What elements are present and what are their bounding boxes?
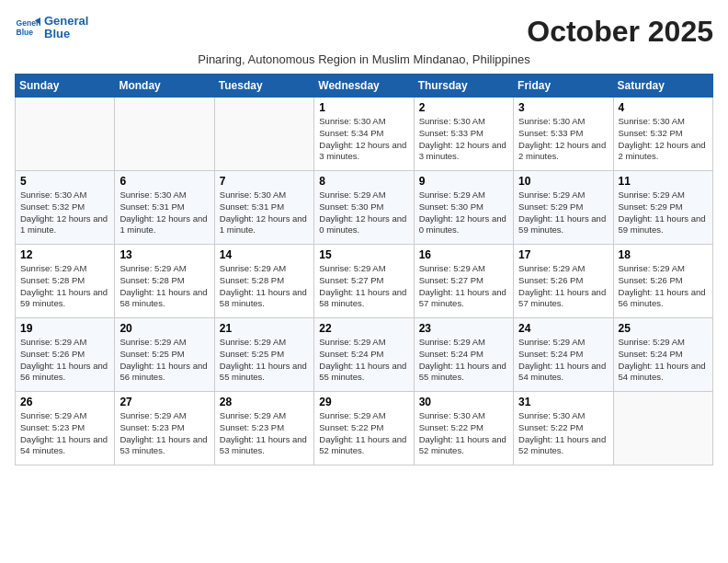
- calendar-cell: 11Sunrise: 5:29 AM Sunset: 5:29 PM Dayli…: [613, 171, 712, 245]
- calendar-cell: 21Sunrise: 5:29 AM Sunset: 5:25 PM Dayli…: [214, 318, 313, 392]
- weekday-header-sunday: Sunday: [16, 75, 115, 98]
- calendar-cell: 22Sunrise: 5:29 AM Sunset: 5:24 PM Dayli…: [314, 318, 414, 392]
- day-number: 8: [319, 175, 408, 188]
- day-number: 2: [419, 101, 508, 114]
- weekday-header-friday: Friday: [514, 75, 613, 98]
- day-info: Sunrise: 5:29 AM Sunset: 5:23 PM Dayligh…: [220, 410, 309, 457]
- calendar-cell: 5Sunrise: 5:30 AM Sunset: 5:32 PM Daylig…: [16, 171, 115, 245]
- weekday-header-thursday: Thursday: [414, 75, 513, 98]
- calendar-cell: 9Sunrise: 5:29 AM Sunset: 5:30 PM Daylig…: [414, 171, 513, 245]
- calendar-cell: 31Sunrise: 5:30 AM Sunset: 5:22 PM Dayli…: [514, 392, 613, 465]
- day-number: 13: [119, 248, 209, 261]
- day-number: 20: [119, 322, 209, 335]
- weekday-header-wednesday: Wednesday: [314, 75, 414, 98]
- day-number: 21: [220, 322, 309, 335]
- calendar-cell: 3Sunrise: 5:30 AM Sunset: 5:33 PM Daylig…: [514, 98, 613, 171]
- day-info: Sunrise: 5:29 AM Sunset: 5:22 PM Dayligh…: [319, 410, 408, 457]
- day-info: Sunrise: 5:29 AM Sunset: 5:24 PM Dayligh…: [518, 337, 608, 384]
- calendar-cell: 28Sunrise: 5:29 AM Sunset: 5:23 PM Dayli…: [214, 392, 313, 465]
- weekday-header-tuesday: Tuesday: [214, 75, 313, 98]
- calendar-cell: 30Sunrise: 5:30 AM Sunset: 5:22 PM Dayli…: [414, 392, 513, 465]
- day-number: 4: [619, 101, 708, 114]
- day-number: 12: [20, 248, 109, 261]
- day-number: 3: [518, 101, 608, 114]
- calendar-cell: 23Sunrise: 5:29 AM Sunset: 5:24 PM Dayli…: [414, 318, 513, 392]
- calendar-cell: 4Sunrise: 5:30 AM Sunset: 5:32 PM Daylig…: [613, 98, 712, 171]
- day-number: 28: [220, 396, 309, 408]
- day-number: 31: [518, 396, 608, 408]
- day-info: Sunrise: 5:29 AM Sunset: 5:26 PM Dayligh…: [20, 337, 109, 384]
- calendar-cell: 27Sunrise: 5:29 AM Sunset: 5:23 PM Dayli…: [115, 392, 214, 465]
- day-info: Sunrise: 5:29 AM Sunset: 5:29 PM Dayligh…: [619, 190, 708, 236]
- logo-line2: Blue: [44, 28, 88, 40]
- day-info: Sunrise: 5:29 AM Sunset: 5:24 PM Dayligh…: [419, 337, 508, 384]
- weekday-header-monday: Monday: [115, 75, 214, 98]
- day-info: Sunrise: 5:29 AM Sunset: 5:25 PM Dayligh…: [220, 337, 309, 384]
- day-number: 5: [20, 175, 109, 188]
- calendar-cell: 16Sunrise: 5:29 AM Sunset: 5:27 PM Dayli…: [414, 245, 513, 318]
- day-info: Sunrise: 5:29 AM Sunset: 5:30 PM Dayligh…: [419, 190, 508, 236]
- calendar-cell: 1Sunrise: 5:30 AM Sunset: 5:34 PM Daylig…: [314, 98, 414, 171]
- day-number: 7: [220, 175, 309, 188]
- day-number: 1: [319, 101, 408, 114]
- logo: General Blue General Blue: [15, 15, 88, 41]
- day-number: 30: [419, 396, 508, 408]
- calendar-cell: 6Sunrise: 5:30 AM Sunset: 5:31 PM Daylig…: [115, 171, 214, 245]
- day-info: Sunrise: 5:30 AM Sunset: 5:31 PM Dayligh…: [220, 190, 309, 236]
- day-number: 27: [119, 396, 209, 408]
- calendar-cell: 10Sunrise: 5:29 AM Sunset: 5:29 PM Dayli…: [514, 171, 613, 245]
- calendar-cell: 25Sunrise: 5:29 AM Sunset: 5:24 PM Dayli…: [613, 318, 712, 392]
- calendar-cell: 2Sunrise: 5:30 AM Sunset: 5:33 PM Daylig…: [414, 98, 513, 171]
- calendar-cell: [16, 98, 115, 171]
- day-info: Sunrise: 5:29 AM Sunset: 5:28 PM Dayligh…: [20, 263, 109, 310]
- calendar-cell: [214, 98, 313, 171]
- weekday-header-saturday: Saturday: [613, 75, 712, 98]
- day-info: Sunrise: 5:29 AM Sunset: 5:26 PM Dayligh…: [619, 263, 708, 310]
- day-info: Sunrise: 5:29 AM Sunset: 5:25 PM Dayligh…: [119, 337, 209, 384]
- calendar-cell: 14Sunrise: 5:29 AM Sunset: 5:28 PM Dayli…: [214, 245, 313, 318]
- day-number: 14: [220, 248, 309, 261]
- day-number: 25: [619, 322, 708, 335]
- calendar-cell: [115, 98, 214, 171]
- day-info: Sunrise: 5:29 AM Sunset: 5:27 PM Dayligh…: [419, 263, 508, 310]
- day-info: Sunrise: 5:30 AM Sunset: 5:32 PM Dayligh…: [619, 116, 708, 163]
- logo-line1: General: [44, 15, 88, 28]
- day-info: Sunrise: 5:29 AM Sunset: 5:30 PM Dayligh…: [319, 190, 408, 236]
- svg-text:Blue: Blue: [17, 28, 34, 37]
- day-info: Sunrise: 5:29 AM Sunset: 5:23 PM Dayligh…: [20, 410, 109, 457]
- day-info: Sunrise: 5:29 AM Sunset: 5:24 PM Dayligh…: [319, 337, 408, 384]
- day-info: Sunrise: 5:30 AM Sunset: 5:33 PM Dayligh…: [419, 116, 508, 163]
- day-info: Sunrise: 5:29 AM Sunset: 5:28 PM Dayligh…: [119, 263, 209, 310]
- day-number: 19: [20, 322, 109, 335]
- calendar-cell: 17Sunrise: 5:29 AM Sunset: 5:26 PM Dayli…: [514, 245, 613, 318]
- day-number: 6: [119, 175, 209, 188]
- calendar-cell: 26Sunrise: 5:29 AM Sunset: 5:23 PM Dayli…: [16, 392, 115, 465]
- day-number: 22: [319, 322, 408, 335]
- day-info: Sunrise: 5:29 AM Sunset: 5:29 PM Dayligh…: [518, 190, 608, 236]
- day-info: Sunrise: 5:29 AM Sunset: 5:24 PM Dayligh…: [619, 337, 708, 384]
- day-info: Sunrise: 5:30 AM Sunset: 5:22 PM Dayligh…: [419, 410, 508, 457]
- calendar-cell: 24Sunrise: 5:29 AM Sunset: 5:24 PM Dayli…: [514, 318, 613, 392]
- day-info: Sunrise: 5:30 AM Sunset: 5:34 PM Dayligh…: [319, 116, 408, 163]
- day-number: 10: [518, 175, 608, 188]
- day-info: Sunrise: 5:29 AM Sunset: 5:27 PM Dayligh…: [319, 263, 408, 310]
- calendar-cell: 20Sunrise: 5:29 AM Sunset: 5:25 PM Dayli…: [115, 318, 214, 392]
- calendar-cell: 19Sunrise: 5:29 AM Sunset: 5:26 PM Dayli…: [16, 318, 115, 392]
- day-info: Sunrise: 5:30 AM Sunset: 5:33 PM Dayligh…: [518, 116, 608, 163]
- day-number: 16: [419, 248, 508, 261]
- day-info: Sunrise: 5:29 AM Sunset: 5:26 PM Dayligh…: [518, 263, 608, 310]
- calendar-cell: 18Sunrise: 5:29 AM Sunset: 5:26 PM Dayli…: [613, 245, 712, 318]
- day-info: Sunrise: 5:30 AM Sunset: 5:32 PM Dayligh…: [20, 190, 109, 236]
- day-number: 26: [20, 396, 109, 408]
- day-number: 17: [518, 248, 608, 261]
- day-number: 24: [518, 322, 608, 335]
- day-number: 18: [619, 248, 708, 261]
- day-number: 11: [619, 175, 708, 188]
- calendar-subtitle: Pinaring, Autonomous Region in Muslim Mi…: [15, 52, 713, 66]
- calendar-cell: 7Sunrise: 5:30 AM Sunset: 5:31 PM Daylig…: [214, 171, 313, 245]
- day-info: Sunrise: 5:29 AM Sunset: 5:23 PM Dayligh…: [119, 410, 209, 457]
- calendar-table: SundayMondayTuesdayWednesdayThursdayFrid…: [15, 74, 713, 465]
- day-number: 15: [319, 248, 408, 261]
- calendar-cell: 13Sunrise: 5:29 AM Sunset: 5:28 PM Dayli…: [115, 245, 214, 318]
- day-info: Sunrise: 5:29 AM Sunset: 5:28 PM Dayligh…: [220, 263, 309, 310]
